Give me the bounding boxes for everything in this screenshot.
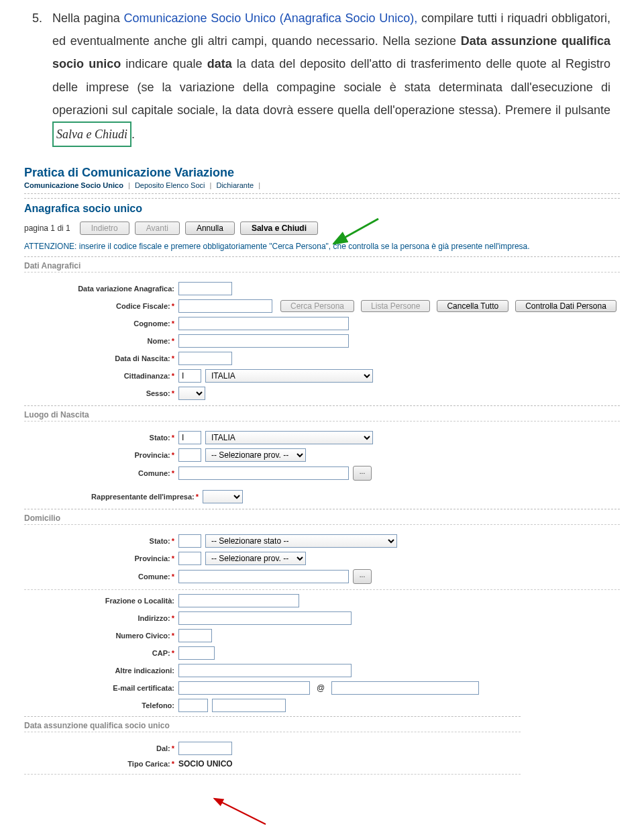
label-dom-comune: Comune:* [24,573,178,581]
lookup-comune-dom-button[interactable]: ... [353,569,372,584]
instruction-block: 5. Nella pagina Comunicazione Socio Unic… [0,7,644,160]
input-cittadinanza-code[interactable] [178,369,201,383]
label-birth-comune: Comune:* [24,469,178,477]
input-birth-prov-code[interactable] [178,448,201,462]
select-dom-stato[interactable]: -- Selezionare stato -- [205,534,397,548]
select-rappresentante[interactable] [203,490,243,503]
input-pec-local[interactable] [178,681,310,695]
input-dal[interactable] [178,742,232,755]
label-cognome: Cognome:* [24,319,178,328]
tab-deposito[interactable]: Deposito Elenco Soci [135,181,205,189]
input-frazione[interactable] [178,594,299,607]
label-indirizzo: Indirizzo:* [24,614,178,622]
input-tel-number[interactable] [212,699,286,712]
label-dal: Dal:* [24,744,178,752]
tab-bar: Comunicazione Socio Unico | Deposito Ele… [24,181,620,194]
salva-chiudi-highlight: Salva e Chiudi [52,121,131,147]
input-data-nascita[interactable] [178,352,232,365]
input-birth-comune[interactable] [178,466,349,480]
controlla-dati-button[interactable]: Controlla Dati Persona [515,300,616,312]
select-birth-provincia[interactable]: -- Selezionare prov. -- [205,448,306,462]
cancella-tutto-button[interactable]: Cancella Tutto [437,300,508,312]
tab-dichiarante[interactable]: Dichiarante [216,181,254,189]
input-dom-stato-code[interactable] [178,534,201,548]
red-arrow-icon [213,796,274,830]
instr-link: Comunicazione Socio Unico (Anagrafica So… [124,11,418,25]
pager-label: pagina 1 di 1 [24,224,70,233]
input-cap[interactable] [178,646,215,660]
label-pec: E-mail certificata: [24,684,178,692]
save-button[interactable]: Salva e Chiudi [240,221,318,235]
group-anagrafici: Dati Anagrafici [24,256,620,273]
input-civico[interactable] [178,629,212,642]
input-indirizzo[interactable] [178,611,352,625]
group-qualifica: Data assunzione qualifica socio unico [24,716,521,732]
input-pec-domain[interactable] [331,681,479,695]
attention-notice: ATTENZIONE: inserire il codice fiscale e… [24,242,620,251]
input-codice-fiscale[interactable] [178,299,272,313]
label-civico: Numero Civico:* [24,632,178,640]
label-sesso: Sesso:* [24,389,178,397]
back-button[interactable]: Indietro [80,221,129,235]
group-luogo-nascita: Luogo di Nascita [24,405,620,422]
input-tel-prefix[interactable] [178,699,208,712]
label-cittadinanza: Cittadinanza:* [24,372,178,380]
label-birth-stato: Stato:* [24,434,178,442]
input-altre[interactable] [178,664,352,677]
select-birth-stato[interactable]: ITALIA [205,431,373,444]
value-tipo-carica: SOCIO UNICO [178,759,233,769]
input-dom-comune[interactable] [178,570,349,583]
label-nome: Nome:* [24,337,178,345]
input-cognome[interactable] [178,317,349,330]
list-number: 5. [32,7,42,30]
label-rappresentante: Rappresentante dell'impresa:* [24,493,203,501]
label-cap: CAP:* [24,649,178,657]
lookup-comune-birth-button[interactable]: ... [353,466,372,481]
input-dom-prov-code[interactable] [178,552,201,565]
select-sesso[interactable] [178,387,205,400]
label-data-nascita: Data di Nascita:* [24,354,178,362]
label-birth-provincia: Provincia:* [24,451,178,459]
instr-text: Nella pagina [52,11,124,25]
toolbar: pagina 1 di 1 Indietro Avanti Annulla Sa… [24,221,620,235]
label-dom-provincia: Provincia:* [24,554,178,562]
label-altre: Altre indicazioni: [24,667,178,675]
label-frazione: Frazione o Località: [24,597,178,605]
lista-persone-button[interactable]: Lista Persone [361,300,430,312]
at-symbol: @ [314,683,327,693]
section-title: Anagrafica socio unico [24,198,620,215]
label-dom-stato: Stato:* [24,537,178,545]
forward-button[interactable]: Avanti [135,221,180,235]
group-domicilio: Domicilio [24,509,620,525]
input-nome[interactable] [178,334,349,348]
cancel-button[interactable]: Annulla [185,221,235,235]
tab-comunicazione[interactable]: Comunicazione Socio Unico [24,181,123,189]
instr-bold-data: data [207,57,232,70]
svg-line-1 [220,801,266,824]
label-data-variazione: Data variazione Anagrafica: [24,285,178,293]
input-birth-stato-code[interactable] [178,431,201,444]
select-cittadinanza[interactable]: ITALIA [205,369,373,383]
page-title: Pratica di Comunicazione Variazione [24,166,620,180]
select-dom-provincia[interactable]: -- Selezionare prov. -- [205,552,306,565]
label-codice-fiscale: Codice Fiscale:* [24,302,178,310]
input-data-variazione[interactable] [178,282,232,295]
label-tipo-carica: Tipo Carica:* [24,760,178,768]
label-telefono: Telefono: [24,701,178,709]
cerca-persona-button[interactable]: Cerca Persona [280,300,354,312]
